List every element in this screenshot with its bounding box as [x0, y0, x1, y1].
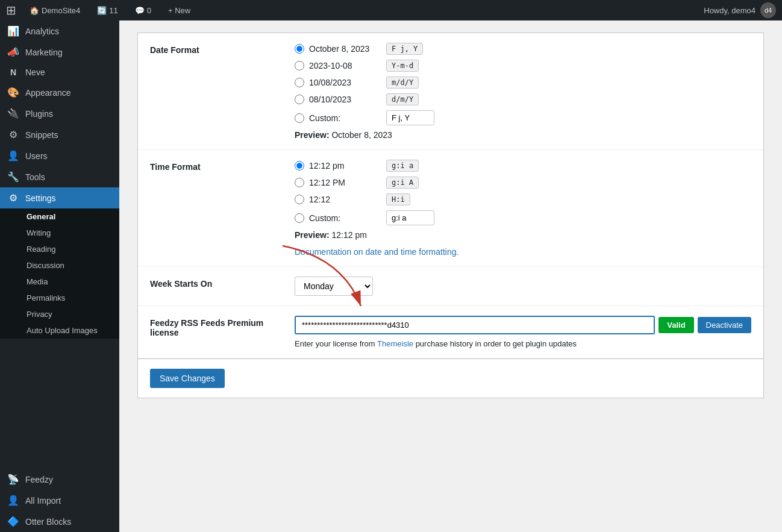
- wp-logo-icon[interactable]: ⊞: [6, 3, 16, 17]
- sidebar-item-analytics[interactable]: 📊 Analytics: [0, 20, 119, 42]
- time-format-label: Time Format: [150, 160, 283, 172]
- users-icon: 👤: [7, 150, 19, 161]
- otter-blocks-icon: 🔷: [7, 516, 19, 527]
- save-row: Save Changes: [137, 359, 764, 398]
- date-label-1[interactable]: October 8, 2023: [309, 44, 381, 54]
- license-input[interactable]: [295, 316, 655, 334]
- feedzy-icon: 📡: [7, 474, 19, 485]
- time-format-row: Time Format 12:12 pm g:i a 12:12 PM g:i …: [138, 150, 763, 267]
- doc-link[interactable]: Documentation on date and time formattin…: [295, 247, 458, 257]
- license-help-text: Enter your license from Themeisle purcha…: [295, 339, 751, 348]
- time-label-custom[interactable]: Custom:: [309, 213, 381, 223]
- date-code-2: Y-m-d: [386, 60, 419, 72]
- license-label: Feedzy RSS Feeds Premium license: [150, 316, 283, 337]
- date-radio-3[interactable]: [295, 78, 304, 87]
- new-item[interactable]: + New: [164, 0, 194, 20]
- admin-bar-right: Howdy, demo4 d4: [704, 2, 776, 18]
- avatar: d4: [760, 2, 776, 18]
- appearance-icon: 🎨: [7, 87, 19, 98]
- date-code-3: m/d/Y: [386, 77, 419, 89]
- time-code-1: g:i a: [386, 160, 419, 172]
- submenu-privacy[interactable]: Privacy: [0, 306, 119, 322]
- date-label-3[interactable]: 10/08/2023: [309, 78, 381, 87]
- plugins-icon: 🔌: [7, 108, 19, 119]
- time-label-3[interactable]: 12:12: [309, 195, 381, 204]
- sidebar-item-snippets[interactable]: ⚙ Snippets: [0, 124, 119, 145]
- snippets-icon: ⚙: [7, 129, 19, 140]
- date-radio-1[interactable]: [295, 44, 304, 54]
- submenu-auto-upload[interactable]: Auto Upload Images: [0, 322, 119, 339]
- week-starts-label: Week Starts On: [150, 277, 283, 289]
- week-starts-control: Sunday Monday Tuesday Wednesday Thursday…: [295, 277, 751, 296]
- date-custom-input[interactable]: [386, 110, 434, 125]
- layout: 📊 Analytics 📣 Marketing N Neve 🎨 Appeara…: [0, 20, 782, 532]
- date-radio-4[interactable]: [295, 95, 304, 104]
- sidebar-item-settings[interactable]: ⚙ Settings: [0, 187, 119, 208]
- sidebar-item-neve[interactable]: N Neve: [0, 63, 119, 82]
- submenu-general[interactable]: General: [0, 208, 119, 225]
- time-label-1[interactable]: 12:12 pm: [309, 161, 381, 171]
- time-option-3: 12:12 H:i: [295, 193, 751, 205]
- sidebar-item-all-import[interactable]: 👤 All Import: [0, 490, 119, 511]
- license-section: Feedzy RSS Feeds Premium license Valid D…: [138, 306, 763, 358]
- updates-item[interactable]: 🔄 11: [93, 0, 121, 20]
- date-preview-label: Preview:: [295, 130, 330, 140]
- time-option-1: 12:12 pm g:i a: [295, 160, 751, 172]
- tools-icon: 🔧: [7, 171, 19, 183]
- all-import-icon: 👤: [7, 495, 19, 506]
- settings-form: Date Format October 8, 2023 F j, Y 2023-…: [137, 33, 764, 359]
- time-preview-label: Preview:: [295, 230, 330, 240]
- date-label-2[interactable]: 2023-10-08: [309, 61, 381, 70]
- submenu-writing[interactable]: Writing: [0, 225, 119, 241]
- date-label-custom[interactable]: Custom:: [309, 113, 381, 123]
- site-icon: 🏠: [30, 6, 39, 15]
- themeisle-link[interactable]: Themeisle: [377, 339, 413, 348]
- time-option-custom: Custom:: [295, 210, 751, 225]
- main-content: Date Format October 8, 2023 F j, Y 2023-…: [119, 20, 782, 532]
- date-radio-2[interactable]: [295, 61, 304, 70]
- time-label-2[interactable]: 12:12 PM: [309, 178, 381, 187]
- sidebar-item-appearance[interactable]: 🎨 Appearance: [0, 82, 119, 103]
- time-radio-1[interactable]: [295, 161, 304, 171]
- save-button[interactable]: Save Changes: [150, 369, 225, 388]
- week-starts-select[interactable]: Sunday Monday Tuesday Wednesday Thursday…: [295, 277, 373, 296]
- sidebar-item-tools[interactable]: 🔧 Tools: [0, 166, 119, 187]
- date-option-3: 10/08/2023 m/d/Y: [295, 77, 751, 89]
- analytics-icon: 📊: [7, 25, 19, 37]
- date-preview: Preview: October 8, 2023: [295, 130, 751, 140]
- marketing-icon: 📣: [7, 46, 19, 58]
- time-option-2: 12:12 PM g:i A: [295, 177, 751, 189]
- time-custom-input[interactable]: [386, 210, 434, 225]
- time-radio-3[interactable]: [295, 195, 304, 204]
- date-label-4[interactable]: 08/10/2023: [309, 95, 381, 104]
- time-format-options: 12:12 pm g:i a 12:12 PM g:i A 12:12 H:i: [295, 160, 751, 225]
- sidebar-item-plugins[interactable]: 🔌 Plugins: [0, 103, 119, 124]
- comments-icon: 💬: [135, 6, 145, 15]
- sidebar-item-otter-blocks[interactable]: 🔷 Otter Blocks: [0, 511, 119, 532]
- time-preview-value: 12:12 pm: [331, 230, 366, 240]
- sidebar-item-users[interactable]: 👤 Users: [0, 145, 119, 166]
- time-radio-2[interactable]: [295, 178, 304, 187]
- valid-button[interactable]: Valid: [658, 317, 693, 333]
- neve-icon: N: [7, 67, 19, 77]
- license-controls: Valid Deactivate Enter your license from…: [295, 316, 751, 348]
- license-row: Feedzy RSS Feeds Premium license Valid D…: [138, 306, 763, 358]
- week-starts-row: Week Starts On Sunday Monday Tuesday Wed…: [138, 267, 763, 306]
- time-format-control: 12:12 pm g:i a 12:12 PM g:i A 12:12 H:i: [295, 160, 751, 257]
- date-format-row: Date Format October 8, 2023 F j, Y 2023-…: [138, 33, 763, 150]
- comments-item[interactable]: 💬 0: [131, 0, 155, 20]
- sidebar-item-marketing[interactable]: 📣 Marketing: [0, 42, 119, 63]
- time-radio-custom[interactable]: [295, 213, 304, 223]
- license-input-row: Valid Deactivate: [295, 316, 751, 334]
- sidebar-item-feedzy[interactable]: 📡 Feedzy: [0, 469, 119, 490]
- time-code-3: H:i: [386, 193, 410, 205]
- deactivate-button[interactable]: Deactivate: [698, 317, 751, 333]
- submenu-discussion[interactable]: Discussion: [0, 257, 119, 274]
- date-radio-custom[interactable]: [295, 113, 304, 123]
- submenu-reading[interactable]: Reading: [0, 241, 119, 257]
- time-preview: Preview: 12:12 pm: [295, 230, 751, 240]
- submenu-media[interactable]: Media: [0, 274, 119, 290]
- submenu-permalinks[interactable]: Permalinks: [0, 290, 119, 306]
- site-name[interactable]: 🏠 DemoSite4: [26, 0, 84, 20]
- date-format-control: October 8, 2023 F j, Y 2023-10-08 Y-m-d …: [295, 43, 751, 140]
